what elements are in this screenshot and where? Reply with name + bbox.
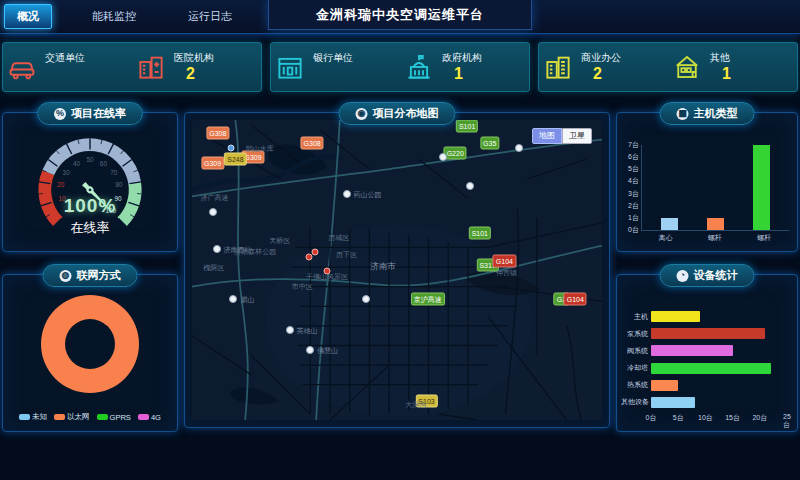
map-area-label: 历城区 <box>328 232 349 241</box>
stat-value: 2 <box>174 65 214 83</box>
map-poi-marker: 济南西站 <box>213 245 221 253</box>
road-badge: G309 <box>201 157 224 170</box>
host-type-panel: ▦ 主机类型 0台1台2台3台4台5台6台7台 离心螺杆螺杆 <box>616 112 798 252</box>
map-poi-marker <box>439 153 447 161</box>
road-badge: S101 <box>469 226 491 239</box>
machine-icon: ▦ <box>677 108 689 120</box>
map-area-label: 槐荫区 <box>203 263 224 272</box>
left-column: % 项目在线率 0102030405060708090100 100% 在线率 … <box>2 100 178 480</box>
top-nav: 概况 能耗监控 运行日志 项目列表 视频监控 金洲科瑞中央空调运维平台 <box>0 0 800 34</box>
gauge-caption: 在线率 <box>3 219 177 237</box>
map-canvas[interactable]: G308G309G308G309S101G35G220S101S317京沪高速G… <box>192 120 602 420</box>
legend-item: GPRS <box>97 413 131 422</box>
stats-row: 交通单位 医院机构 2 银行单位 <box>0 34 800 92</box>
panel-title: 项目在线率 <box>71 106 126 121</box>
tab-energy[interactable]: 能耗监控 <box>80 5 148 28</box>
legend-swatch <box>138 414 149 420</box>
stat-other: 其他 1 <box>668 43 797 91</box>
svg-text:60: 60 <box>100 160 108 167</box>
map-area-label: 鹊山水库 <box>246 143 274 152</box>
donut-hole <box>65 319 115 369</box>
legend-item: 未知 <box>19 412 47 422</box>
road-badge: S248 <box>224 153 246 166</box>
map-area-label: 济南市 <box>370 262 396 271</box>
stat-label: 商业办公 <box>581 51 621 65</box>
svg-text:50: 50 <box>86 156 94 163</box>
bar-row: 其他设备 <box>621 397 787 408</box>
road-badge: S101 <box>456 120 478 133</box>
panel-title: 项目分布地图 <box>373 106 439 121</box>
svg-text:30: 30 <box>63 169 71 176</box>
location-icon: ◉ <box>356 108 368 120</box>
bar-row: 阀系统 <box>621 345 787 356</box>
legend-item: 4G <box>138 413 161 422</box>
stats-card-teal: 银行单位 政府机构 1 <box>270 42 530 92</box>
map-area-label: 历下区 <box>336 250 357 259</box>
map-poi-marker <box>362 295 370 303</box>
map-markers-layer: G308G309G308G309S101G35G220S101S317京沪高速G… <box>192 120 602 420</box>
road-badge: G308 <box>206 126 229 139</box>
road-badge: G104 <box>564 293 587 306</box>
map-poi-marker <box>515 144 523 152</box>
map-dot-marker <box>228 144 235 151</box>
svg-text:70: 70 <box>110 169 118 176</box>
map-poi-marker: 英雄山 <box>286 326 294 334</box>
gauge-value: 100% <box>3 195 177 217</box>
bar-row: 冷却塔 <box>621 363 787 374</box>
legend-item: 以太网 <box>54 412 90 422</box>
stat-bank: 银行单位 <box>271 43 400 91</box>
map-dot-marker <box>306 254 313 261</box>
dashboard-body: % 项目在线率 0102030405060708090100 100% 在线率 … <box>2 100 798 480</box>
percent-icon: % <box>54 108 66 120</box>
road-badge: 京沪高速 <box>411 292 445 305</box>
online-rate-panel: % 项目在线率 0102030405060708090100 100% 在线率 <box>2 112 178 252</box>
map-type-switch: 地图 卫星 <box>532 128 592 144</box>
map-area-label: 济南森林公园 <box>234 246 276 255</box>
office-buildings-icon <box>543 52 573 82</box>
map-area-label: 济广高速 <box>201 192 229 201</box>
network-legend: 未知以太网GPRS4G <box>3 412 177 422</box>
stats-card-yellow: 商业办公 2 其他 1 <box>538 42 798 92</box>
bar-row: 泵系统 <box>621 328 787 339</box>
stat-hospital: 医院机构 2 <box>132 43 261 91</box>
map-area-label: 市中区 <box>292 281 313 290</box>
map-dot-marker <box>323 267 330 274</box>
network-mode-panel: ◍ 联网方式 未知以太网GPRS4G <box>2 274 178 432</box>
panel-header: ◉ 项目分布地图 <box>339 102 456 125</box>
panel-header: % 项目在线率 <box>37 102 143 125</box>
network-donut-chart <box>41 295 139 393</box>
road-badge: G220 <box>444 147 467 160</box>
stat-government: 政府机构 1 <box>400 43 529 91</box>
tab-run-log[interactable]: 运行日志 <box>176 5 244 28</box>
tab-overview[interactable]: 概况 <box>4 4 52 29</box>
stat-value: 1 <box>710 65 731 83</box>
map-area-label: 大涧沟 <box>405 399 426 408</box>
panel-title: 主机类型 <box>694 106 738 121</box>
bar-row: 热系统 <box>621 380 787 391</box>
legend-swatch <box>97 414 108 420</box>
stat-value <box>313 65 353 83</box>
stat-label: 其他 <box>710 51 731 65</box>
pie-icon: ◔ <box>677 270 689 282</box>
panel-header: ◔ 设备统计 <box>660 264 755 287</box>
svg-text:40: 40 <box>73 160 81 167</box>
road-badge: G308 <box>301 136 324 149</box>
legend-swatch <box>19 414 30 420</box>
right-column: ▦ 主机类型 0台1台2台3台4台5台6台7台 离心螺杆螺杆 ◔ 设备统计 主机… <box>616 100 798 480</box>
stat-label: 政府机构 <box>442 51 482 65</box>
satellite-view-button[interactable]: 卫星 <box>562 128 592 144</box>
road-badge: G104 <box>493 255 516 268</box>
map-poi-marker <box>209 208 217 216</box>
panel-title: 联网方式 <box>77 268 121 283</box>
stat-label: 交通单位 <box>45 51 85 65</box>
bank-icon <box>275 52 305 82</box>
stat-label: 银行单位 <box>313 51 353 65</box>
center-column: ◉ 项目分布地图 <box>184 100 610 480</box>
map-view-button[interactable]: 地图 <box>532 128 562 144</box>
device-stats-panel: ◔ 设备统计 主机泵系统阀系统冷却塔热系统其他设备 0台5台10台15台20台2… <box>616 274 798 432</box>
svg-text:20: 20 <box>57 181 65 188</box>
stat-traffic: 交通单位 <box>3 43 132 91</box>
map-poi-marker <box>466 182 474 190</box>
map-dot-marker <box>312 249 319 256</box>
hospital-icon <box>136 52 166 82</box>
